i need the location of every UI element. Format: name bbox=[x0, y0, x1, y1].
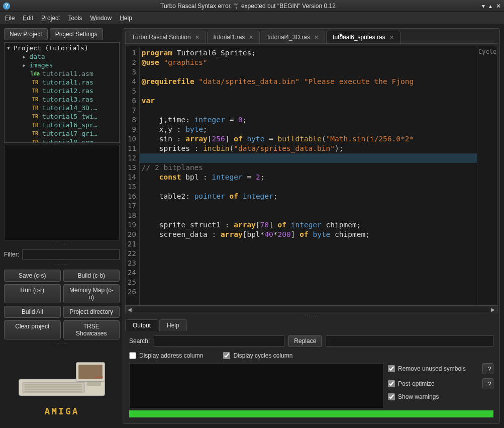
display-address-checkbox[interactable]: Display address column bbox=[129, 352, 203, 359]
bottom-panel: Search: Replace Display address column D… bbox=[125, 331, 497, 421]
menu-edit[interactable]: Edit bbox=[23, 15, 33, 22]
filter-input[interactable] bbox=[22, 249, 120, 260]
help-post-optimize-button[interactable]: ? bbox=[482, 378, 493, 389]
amiga-icon: AMIGA bbox=[14, 352, 110, 402]
code-area[interactable]: program Tutorial6_Sprites; @use "graphic… bbox=[140, 46, 477, 305]
close-icon[interactable]: ✕ bbox=[314, 34, 319, 41]
splitter-handle[interactable]: ······ bbox=[125, 313, 497, 317]
titlebar: ? Turbo Rascal Syntax error, ";" expecte… bbox=[0, 0, 504, 12]
new-project-button[interactable]: New Project bbox=[4, 28, 48, 40]
maximize-button[interactable]: ▴ bbox=[489, 3, 492, 10]
editor-tab[interactable]: tutorial6_sprites.ras✕ bbox=[326, 31, 400, 43]
system-image-box: AMIGA AMIGA bbox=[4, 350, 120, 416]
svg-rect-6 bbox=[86, 382, 101, 387]
tab-help[interactable]: Help bbox=[159, 319, 187, 331]
close-icon[interactable]: ✕ bbox=[249, 34, 253, 41]
save-button[interactable]: Save (c-s) bbox=[4, 270, 61, 282]
tree-item[interactable]: TRtutorial6_spr… bbox=[6, 121, 118, 129]
menu-help[interactable]: Help bbox=[120, 15, 132, 22]
output-log[interactable] bbox=[129, 363, 384, 408]
editor-tab[interactable]: tutorial1.ras✕ bbox=[207, 31, 260, 43]
tree-item[interactable]: TRtutorial4_3D.… bbox=[6, 104, 118, 112]
show-warnings-checkbox[interactable]: Show warnings bbox=[388, 393, 439, 400]
output-tabs: Output Help bbox=[125, 319, 497, 331]
filter-label: Filter: bbox=[4, 251, 19, 258]
project-tree[interactable]: ▾Project (tutorials) ▸data ▸images ldatu… bbox=[4, 42, 120, 143]
code-editor[interactable]: 1234567891011121314151617181920212223242… bbox=[125, 46, 497, 305]
tree-item[interactable]: TRtutorial3.ras bbox=[6, 95, 118, 104]
scroll-left-icon[interactable]: ◀ bbox=[126, 307, 134, 312]
svg-rect-2 bbox=[25, 384, 82, 385]
project-directory-button[interactable]: Project directory bbox=[63, 306, 120, 318]
right-panel: Turbo Rascal Solution✕tutorial1.ras✕tuto… bbox=[123, 28, 500, 424]
search-input[interactable] bbox=[154, 335, 284, 347]
build-button[interactable]: Build (c-b) bbox=[63, 270, 120, 282]
tab-output[interactable]: Output bbox=[125, 319, 158, 331]
tree-item[interactable]: ▸data bbox=[6, 52, 118, 61]
clear-project-button[interactable]: Clear project bbox=[4, 320, 61, 339]
tree-item[interactable]: ldatutorial1.asm bbox=[6, 69, 118, 78]
svg-rect-3 bbox=[25, 386, 82, 388]
system-label: AMIGA bbox=[4, 406, 120, 416]
progress-bar bbox=[129, 410, 493, 417]
splitter-handle[interactable]: ······ bbox=[4, 341, 120, 346]
close-icon[interactable]: ✕ bbox=[195, 34, 199, 41]
svg-rect-4 bbox=[25, 389, 82, 390]
memory-map-button[interactable]: Memory Map (c-u) bbox=[63, 284, 120, 303]
line-gutter: 1234567891011121314151617181920212223242… bbox=[126, 46, 140, 305]
left-panel: New Project Project Settings ▾Project (t… bbox=[4, 28, 120, 424]
scroll-right-icon[interactable]: ▶ bbox=[489, 307, 497, 312]
preview-box bbox=[4, 145, 120, 240]
menu-file[interactable]: File bbox=[5, 15, 15, 22]
replace-button[interactable]: Replace bbox=[288, 335, 322, 347]
cycles-column: Cycles bbox=[477, 46, 497, 305]
tree-item[interactable]: TRtutorial1.ras bbox=[6, 78, 118, 87]
close-icon[interactable]: ✕ bbox=[389, 34, 394, 41]
minimize-button[interactable]: ▾ bbox=[482, 3, 485, 10]
tree-root[interactable]: Project (tutorials) bbox=[14, 44, 88, 52]
run-button[interactable]: Run (c-r) bbox=[4, 284, 61, 303]
tree-item[interactable]: TRtutorial8_com… bbox=[6, 138, 118, 143]
replace-input[interactable] bbox=[326, 335, 493, 347]
menu-project[interactable]: Project bbox=[41, 15, 60, 22]
display-cycles-checkbox[interactable]: Display cycles column bbox=[223, 352, 292, 359]
project-settings-button[interactable]: Project Settings bbox=[50, 28, 103, 40]
window-title: Turbo Rascal Syntax error, ";" expected … bbox=[14, 3, 482, 10]
tree-item[interactable]: TRtutorial2.ras bbox=[6, 87, 118, 95]
menubar: File Edit Project Tools Window Help bbox=[0, 12, 504, 24]
splitter-handle[interactable]: ······ bbox=[4, 242, 120, 246]
remove-unused-checkbox[interactable]: Remove unused symbols bbox=[388, 365, 466, 372]
editor-tab[interactable]: Turbo Rascal Solution✕ bbox=[125, 31, 206, 43]
tree-item[interactable]: TRtutorial7_gri… bbox=[6, 129, 118, 138]
search-label: Search: bbox=[129, 337, 150, 345]
splitter-handle[interactable]: ······ bbox=[4, 263, 120, 267]
trse-showcases-button[interactable]: TRSE Showcases bbox=[63, 320, 120, 339]
editor-tabs: Turbo Rascal Solution✕tutorial1.ras✕tuto… bbox=[125, 31, 497, 44]
close-button[interactable]: ✕ bbox=[496, 3, 501, 10]
menu-tools[interactable]: Tools bbox=[68, 15, 82, 22]
help-remove-unused-button[interactable]: ? bbox=[482, 363, 493, 374]
tree-item[interactable]: ▸images bbox=[6, 61, 118, 69]
help-icon[interactable]: ? bbox=[3, 3, 10, 10]
build-all-button[interactable]: Build All bbox=[4, 306, 61, 318]
editor-tab[interactable]: tutorial4_3D.ras✕ bbox=[261, 31, 325, 43]
svg-rect-5 bbox=[25, 391, 82, 393]
post-optimize-checkbox[interactable]: Post-optimize bbox=[388, 380, 435, 387]
tree-item[interactable]: TRtutorial5_twi… bbox=[6, 112, 118, 121]
svg-text:AMIGA: AMIGA bbox=[95, 376, 104, 379]
menu-window[interactable]: Window bbox=[90, 15, 112, 22]
